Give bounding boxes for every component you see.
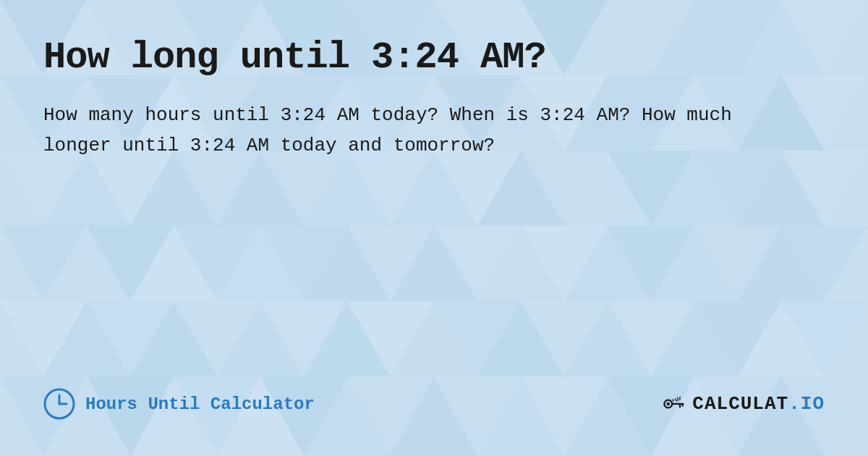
footer: Hours Until Calculator CALCULAT.IO [43, 388, 825, 427]
calculat-logo-icon [660, 391, 686, 417]
page-title: How long until 3:24 AM? [43, 36, 825, 79]
footer-brand-label: Hours Until Calculator [85, 394, 315, 414]
page-description: How many hours until 3:24 AM today? When… [43, 101, 803, 161]
svg-line-125 [678, 397, 679, 401]
calculat-site-name: CALCULAT.IO [692, 393, 825, 415]
brand-left: Hours Until Calculator [43, 388, 315, 420]
main-content: How long until 3:24 AM? How many hours u… [43, 36, 825, 161]
calculat-site-accent: .IO [788, 393, 825, 415]
clock-icon [43, 388, 75, 420]
brand-right: CALCULAT.IO [660, 391, 825, 417]
svg-line-127 [673, 400, 675, 402]
svg-point-120 [667, 402, 671, 406]
svg-line-124 [675, 399, 678, 402]
